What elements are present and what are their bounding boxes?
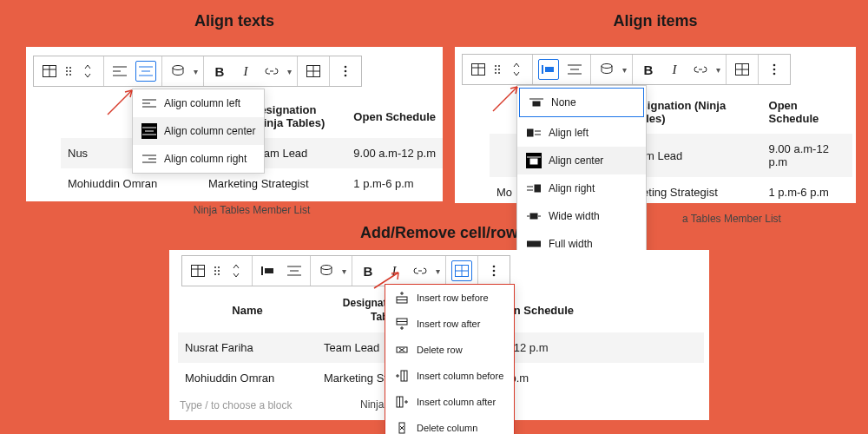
insert-column-after-icon	[394, 394, 410, 410]
dd-label: Insert column before	[417, 371, 503, 381]
column-style-icon[interactable]	[168, 61, 188, 82]
bold-button[interactable]: B	[358, 260, 378, 281]
cell-schedule[interactable]: 9.00 a.m-12 p.m	[762, 134, 852, 177]
col-header-schedule: pen Schedule	[494, 288, 704, 332]
dd-delete-row[interactable]: Delete row	[385, 337, 514, 363]
column-style-icon[interactable]	[316, 260, 337, 281]
dd-label: Insert column after	[417, 397, 496, 407]
dd-insert-row-before[interactable]: Insert row before	[385, 285, 514, 311]
svg-point-74	[218, 270, 220, 272]
align-text-icon[interactable]	[284, 260, 305, 281]
table-icon[interactable]	[187, 260, 208, 281]
link-button[interactable]	[690, 59, 711, 80]
dd-align-column-center[interactable]: Align column center	[133, 117, 264, 145]
item-align-icon[interactable]	[258, 260, 279, 281]
cell-schedule[interactable]: 1 p.m-6 p.m	[762, 177, 852, 207]
svg-point-15	[173, 66, 183, 70]
svg-point-3	[66, 67, 68, 69]
chevron-down-icon[interactable]: ▾	[622, 65, 627, 75]
dd-insert-column-after[interactable]: Insert column after	[385, 389, 514, 415]
block-toolbar: ▾ B I ▾	[33, 56, 362, 87]
section-title-align-items: Align items	[455, 12, 856, 30]
svg-point-52	[773, 73, 776, 76]
table-ops-icon[interactable]	[303, 61, 324, 82]
dd-insert-column-before[interactable]: Insert column before	[385, 363, 514, 389]
italic-button[interactable]: I	[384, 260, 404, 281]
align-text-icon[interactable]	[564, 59, 585, 80]
svg-rect-42	[545, 67, 554, 72]
bold-button[interactable]: B	[209, 61, 230, 82]
reorder-icon[interactable]	[65, 65, 72, 77]
column-style-icon[interactable]	[596, 59, 617, 80]
chevron-down-icon[interactable]: ▾	[287, 67, 292, 76]
svg-point-5	[66, 70, 68, 72]
align-left-icon	[141, 95, 157, 111]
move-vert-icon[interactable]	[226, 260, 247, 281]
block-toolbar: ▾ B I ▾	[462, 54, 791, 85]
link-button[interactable]	[410, 260, 431, 281]
align-right-icon	[141, 151, 157, 167]
cell-schedule[interactable]: 1 p.m-6 p.m	[346, 168, 443, 199]
reorder-icon[interactable]	[214, 265, 220, 277]
svg-point-19	[345, 66, 347, 69]
dd-insert-row-after[interactable]: Insert row after	[385, 311, 514, 337]
block-placeholder[interactable]: Type / to choose a block	[176, 394, 295, 417]
align-text-left-icon[interactable]	[109, 61, 130, 82]
dd-align-column-right[interactable]: Align column right	[133, 145, 264, 173]
svg-point-50	[773, 64, 776, 67]
svg-rect-78	[265, 268, 273, 273]
cell-schedule[interactable]: 9.00 a.m-12 p.m	[346, 138, 443, 168]
cell-schedule[interactable]: 6 p.m	[494, 363, 704, 393]
chevron-down-icon[interactable]: ▾	[194, 67, 198, 76]
svg-rect-66	[527, 241, 541, 247]
table-ops-icon[interactable]	[732, 59, 753, 80]
move-vert-icon[interactable]	[506, 59, 527, 80]
link-button[interactable]	[261, 61, 282, 82]
more-icon[interactable]	[483, 260, 504, 281]
table-icon[interactable]	[468, 59, 489, 80]
svg-rect-55	[527, 129, 533, 136]
dd-align-none[interactable]: None	[519, 88, 644, 117]
move-vert-icon[interactable]	[77, 61, 98, 82]
table-ops-dropdown-button[interactable]	[451, 260, 472, 281]
svg-point-86	[493, 266, 496, 268]
dd-align-column-left[interactable]: Align column left	[133, 89, 264, 117]
cell-name[interactable]: Nusrat Fariha	[178, 332, 317, 363]
svg-point-88	[493, 274, 496, 277]
svg-point-7	[66, 74, 68, 76]
panel-add-remove: ▾ B I ▾ Name Designation (Ninja Tables) …	[169, 250, 709, 420]
svg-point-82	[321, 266, 332, 270]
dd-align-center[interactable]: Align center	[517, 147, 646, 174]
more-icon[interactable]	[335, 61, 356, 82]
svg-point-40	[498, 72, 500, 74]
item-align-dropdown-button[interactable]	[538, 59, 559, 80]
col-header-name: Name	[178, 288, 317, 332]
dd-wide-width[interactable]: Wide width	[517, 202, 646, 230]
chevron-down-icon[interactable]: ▾	[716, 65, 720, 75]
reorder-icon[interactable]	[494, 63, 501, 76]
bold-button[interactable]: B	[638, 59, 659, 80]
svg-point-51	[773, 69, 776, 71]
svg-point-21	[345, 75, 347, 77]
svg-point-39	[495, 72, 496, 74]
dd-label: Wide width	[549, 210, 600, 222]
align-none-icon	[529, 95, 544, 110]
cell-schedule[interactable]: m-12 p.m	[494, 332, 704, 363]
chevron-down-icon[interactable]: ▾	[342, 266, 346, 276]
dd-delete-column[interactable]: Delete column	[385, 415, 514, 434]
italic-button[interactable]: I	[235, 61, 256, 82]
align-text-dropdown-button[interactable]	[135, 61, 156, 82]
table-icon[interactable]	[39, 61, 60, 82]
dd-align-left[interactable]: Align left	[517, 119, 646, 147]
italic-button[interactable]: I	[664, 59, 685, 80]
wide-width-icon	[526, 208, 542, 224]
chevron-down-icon[interactable]: ▾	[436, 266, 440, 276]
dd-align-right[interactable]: Align right	[517, 174, 646, 202]
cell-name[interactable]: Mohiuddin Omran	[178, 363, 317, 393]
insert-row-after-icon	[394, 316, 410, 332]
dd-label: Delete column	[417, 423, 477, 433]
insert-column-before-icon	[394, 368, 410, 384]
more-icon[interactable]	[764, 59, 785, 80]
dd-label: Align column center	[164, 125, 255, 137]
panel-align-texts: ▾ B I ▾ Designation (Ninja Tables)	[26, 47, 443, 201]
